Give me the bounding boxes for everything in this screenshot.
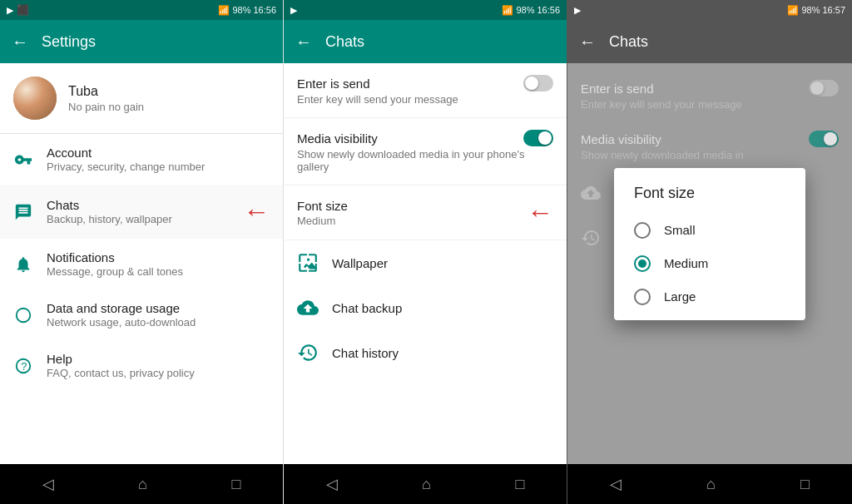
right-panel: ▶ 📶 98% 16:57 ← Chats Enter is send — [567, 0, 852, 504]
chat-history-label: Chat history — [332, 346, 399, 360]
profile-name: Tuba — [68, 84, 144, 99]
data-icon — [13, 305, 33, 325]
home-nav-left[interactable]: ⌂ — [138, 476, 147, 493]
radio-small[interactable] — [634, 222, 651, 239]
avatar — [13, 77, 57, 120]
help-icon: ? — [13, 356, 33, 376]
key-icon — [13, 150, 33, 170]
font-size-small-label: Small — [664, 223, 696, 237]
help-text: Help FAQ, contact us, privacy policy — [47, 352, 270, 379]
wallpaper-icon — [297, 252, 319, 274]
media-visibility-item[interactable]: Media visibility Show newly downloaded m… — [284, 118, 567, 185]
chat-history-item[interactable]: Chat history — [284, 330, 567, 375]
chat-settings-list: Enter is send Enter key will send your m… — [284, 63, 567, 464]
right-panel-title: Chats — [609, 33, 648, 51]
help-subtitle: FAQ, contact us, privacy policy — [47, 367, 270, 379]
right-topbar: ← Chats — [567, 20, 852, 63]
radio-medium-inner — [638, 259, 646, 268]
font-size-large-label: Large — [664, 289, 696, 304]
time-r: 16:57 — [822, 5, 845, 15]
radio-medium[interactable] — [634, 255, 651, 272]
back-arrow-right[interactable]: ← — [579, 32, 596, 52]
enter-is-send-subtitle: Enter key will send your message — [297, 93, 553, 106]
font-size-medium-label: Medium — [664, 256, 708, 270]
enter-is-send-title: Enter is send — [297, 77, 370, 91]
wallpaper-item[interactable]: Wallpaper — [284, 240, 567, 285]
battery-m: 98% — [516, 5, 534, 15]
battery-text: 98% — [232, 5, 250, 15]
backup-icon — [297, 297, 319, 319]
chats-panel-title: Chats — [325, 33, 364, 51]
recents-nav-left[interactable]: □ — [231, 476, 240, 493]
home-nav-right[interactable]: ⌂ — [706, 476, 716, 493]
bottom-nav-middle: ◁ ⌂ □ — [284, 464, 567, 504]
media-visibility-toggle[interactable] — [523, 130, 553, 146]
help-title: Help — [47, 352, 270, 366]
notifications-subtitle: Message, group & call tones — [47, 265, 270, 278]
bell-icon — [13, 254, 33, 274]
status-bar-right: ▶ 📶 98% 16:57 — [567, 0, 852, 20]
signal-icon-r: 📶 — [787, 5, 799, 16]
settings-topbar: ← Settings — [0, 20, 283, 63]
chats-topbar: ← Chats — [284, 20, 567, 63]
play-icon-r: ▶ — [574, 5, 581, 16]
chat-backup-item[interactable]: Chat backup — [284, 285, 567, 330]
dialog-overlay: Font size Small Medium — [567, 63, 852, 424]
font-size-large-option[interactable]: Large — [614, 280, 805, 314]
account-subtitle: Privacy, security, change number — [47, 161, 270, 173]
data-subtitle: Network usage, auto-download — [47, 316, 270, 329]
chat-backup-label: Chat backup — [332, 301, 402, 315]
data-title: Data and storage usage — [47, 301, 270, 315]
account-title: Account — [47, 146, 270, 160]
history-icon — [297, 342, 319, 363]
settings-item-account[interactable]: Account Privacy, security, change number — [0, 134, 283, 185]
chats-text: Chats Backup, history, wallpaper — [47, 198, 226, 225]
status-bar-left: ▶ ⬛ 📶 98% 16:56 — [0, 0, 283, 20]
profile-info: Tuba No pain no gain — [68, 84, 144, 113]
settings-title: Settings — [42, 33, 96, 51]
settings-panel: ▶ ⬛ 📶 98% 16:56 ← Settings Tuba No pain … — [0, 0, 284, 504]
font-size-item[interactable]: Font size Medium ← — [284, 185, 567, 240]
back-arrow-middle[interactable]: ← — [295, 32, 312, 52]
back-arrow-left[interactable]: ← — [12, 32, 28, 52]
chat-icon — [13, 202, 33, 222]
font-size-dialog: Font size Small Medium — [614, 168, 805, 320]
settings-item-chats[interactable]: Chats Backup, history, wallpaper ← — [0, 185, 283, 239]
red-arrow-chats: ← — [243, 196, 270, 227]
settings-item-notifications[interactable]: Notifications Message, group & call tone… — [0, 239, 283, 289]
back-nav-middle[interactable]: ◁ — [326, 475, 338, 493]
radio-large[interactable] — [634, 289, 651, 305]
profile-section[interactable]: Tuba No pain no gain — [0, 63, 283, 134]
recents-nav-right[interactable]: □ — [800, 476, 810, 493]
battery-r: 98% — [801, 5, 820, 15]
chats-subtitle: Backup, history, wallpaper — [47, 213, 226, 225]
settings-item-help[interactable]: ? Help FAQ, contact us, privacy policy — [0, 340, 283, 391]
time-m: 16:56 — [537, 5, 560, 15]
recents-nav-middle[interactable]: □ — [515, 476, 524, 493]
back-nav-left[interactable]: ◁ — [42, 475, 54, 493]
settings-item-data[interactable]: Data and storage usage Network usage, au… — [0, 289, 283, 340]
status-bar-middle: ▶ 📶 98% 16:56 — [284, 0, 567, 20]
font-size-medium-option[interactable]: Medium — [614, 247, 805, 280]
play-icon-m: ▶ — [290, 5, 297, 16]
enter-is-send-item[interactable]: Enter is send Enter key will send your m… — [284, 63, 567, 118]
account-text: Account Privacy, security, change number — [47, 146, 270, 173]
data-text: Data and storage usage Network usage, au… — [47, 301, 270, 329]
signal-icon: 📶 — [218, 5, 230, 16]
time-left: 16:56 — [253, 5, 276, 15]
font-size-subtitle: Medium — [297, 215, 348, 227]
settings-list: Account Privacy, security, change number… — [0, 134, 283, 464]
enter-is-send-toggle[interactable] — [523, 75, 553, 91]
notifications-text: Notifications Message, group & call tone… — [47, 250, 270, 278]
font-size-small-option[interactable]: Small — [614, 214, 805, 247]
red-arrow-font: ← — [527, 197, 553, 228]
chats-panel: ▶ 📶 98% 16:56 ← Chats Enter is send Ente… — [284, 0, 567, 504]
bottom-nav-left: ◁ ⌂ □ — [0, 464, 283, 504]
home-nav-middle[interactable]: ⌂ — [422, 476, 431, 493]
right-panel-body: Enter is send Enter key will send your m… — [567, 63, 852, 464]
signal-icon-m: 📶 — [502, 5, 513, 16]
bottom-nav-right: ◁ ⌂ □ — [567, 464, 852, 504]
font-size-title: Font size — [297, 199, 348, 213]
svg-point-0 — [17, 308, 31, 322]
back-nav-right[interactable]: ◁ — [610, 475, 622, 493]
